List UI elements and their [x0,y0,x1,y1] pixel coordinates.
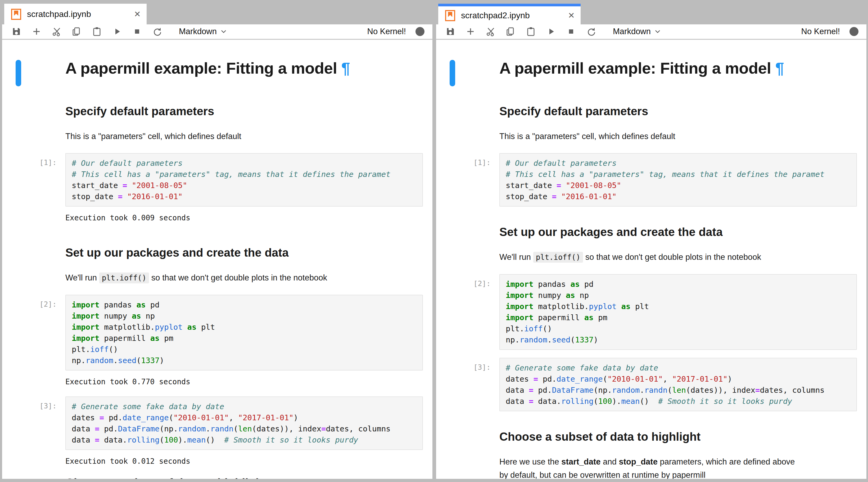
heading-text: Specify default parameters [65,103,423,119]
notebook-content[interactable]: A papermill example: Fitting a model ¶Sp… [436,40,866,479]
execution-count: [3]: [2,402,57,410]
code-line: # Our default parameters [506,158,856,169]
heading-text: A papermill example: Fitting a model ¶ [65,56,423,81]
code-cell[interactable]: [2]:import pandas as pdimport numpy as n… [2,295,432,370]
notebook-window-right: scratchpad2.ipynb ✕ [436,4,866,479]
kernel-status-indicator[interactable] [849,27,859,36]
heading-text: Choose a subset of data to highlight [499,429,857,445]
code-line: np.random.seed(1337) [72,355,422,366]
save-icon [12,27,21,36]
code-line: data = data.rolling(100).mean() # Smooth… [506,396,856,407]
markdown-cell[interactable]: Choose a subset of data to highlight [2,475,432,479]
code-cell[interactable]: [3]:# Generate some fake data by datedat… [2,396,432,450]
run-cell-button[interactable] [112,27,122,36]
heading-label: Choose a subset of data to highlight [499,430,701,443]
code-editor[interactable]: # Generate some fake data by datedates =… [499,358,857,411]
tab-scratchpad2[interactable]: scratchpad2.ipynb ✕ [438,4,581,24]
code-editor[interactable]: # Our default parameters# This cell has … [65,153,423,206]
heading-label: Choose a subset of data to highlight [65,476,267,479]
text-run: so that we don't get double plots in the… [583,252,761,262]
cell-type-dropdown[interactable]: Markdown [613,27,660,36]
notebook-content[interactable]: A papermill example: Fitting a model ¶Sp… [2,40,432,479]
markdown-cell-paragraph[interactable]: We'll run plt.ioff() so that we don't ge… [2,271,432,285]
code-line: import numpy as np [72,310,422,321]
stop-kernel-button[interactable] [566,27,576,36]
code-line: import pandas as pd [72,299,422,310]
notebook-file-icon [11,8,21,20]
heading-anchor-icon[interactable]: ¶ [337,59,350,77]
execution-time: Execution took 0.012 seconds [2,457,432,466]
run-icon [546,27,556,36]
restart-icon [586,27,596,36]
heading-text: Set up our packages and create the data [499,224,857,240]
code-cell[interactable]: [2]:import pandas as pdimport numpy as n… [436,274,866,350]
markdown-cell-paragraph[interactable]: Here we use the start_date and stop_date… [436,455,866,479]
heading-anchor-icon[interactable]: ¶ [771,59,784,77]
code-line: plt.ioff() [72,344,422,355]
code-cell[interactable]: [1]:# Our default parameters# This cell … [436,153,866,206]
code-line: data = data.rolling(100).mean() # Smooth… [72,434,422,446]
cell-type-dropdown[interactable]: Markdown [179,27,226,36]
code-line: # This cell has a "parameters" tag, mean… [506,169,856,180]
chevron-down-icon [221,30,226,33]
markdown-cell-paragraph[interactable]: This is a "parameters" cell, which defin… [2,130,432,143]
close-icon[interactable]: ✕ [568,11,575,20]
paste-cells-button[interactable] [526,27,536,36]
add-cell-button[interactable] [466,27,475,36]
cut-icon [486,27,495,36]
paragraph-line: We'll run plt.ioff() so that we don't ge… [499,251,857,264]
text-run: We'll run [499,252,533,262]
markdown-cell[interactable]: Choose a subset of data to highlight [436,429,866,445]
heading-text: A papermill example: Fitting a model ¶ [499,56,857,81]
code-line: start_date = "2001-08-05" [72,180,422,191]
add-cell-button[interactable] [32,27,41,36]
tab-scratchpad[interactable]: scratchpad.ipynb ✕ [4,4,147,24]
markdown-cell[interactable]: Specify default parameters [436,103,866,119]
cut-cells-button[interactable] [486,27,495,36]
markdown-cell[interactable]: A papermill example: Fitting a model ¶ [2,56,432,81]
paste-cells-button[interactable] [92,27,102,36]
code-editor[interactable]: import pandas as pdimport numpy as npimp… [499,274,857,350]
paste-icon [92,27,102,36]
heading-label: A papermill example: Fitting a model [499,59,771,77]
code-editor[interactable]: # Generate some fake data by datedates =… [65,396,423,450]
code-editor[interactable]: import pandas as pdimport numpy as npimp… [65,295,423,370]
run-cell-button[interactable] [546,27,556,36]
save-button[interactable] [12,27,21,36]
save-icon [446,27,455,36]
heading-text: Specify default parameters [499,103,857,119]
code-editor[interactable]: # Our default parameters# This cell has … [499,153,857,206]
markdown-cell-paragraph[interactable]: We'll run plt.ioff() so that we don't ge… [436,251,866,264]
chevron-down-icon [655,30,660,33]
markdown-cell[interactable]: Set up our packages and create the data [436,224,866,240]
heading-text: Set up our packages and create the data [65,245,423,261]
markdown-cell[interactable]: Set up our packages and create the data [2,245,432,261]
restart-kernel-button[interactable] [586,27,596,36]
markdown-cell-paragraph[interactable]: This is a "parameters" cell, which defin… [436,130,866,143]
markdown-cell[interactable]: Specify default parameters [2,103,432,119]
tab-title: scratchpad2.ipynb [461,10,530,20]
save-button[interactable] [446,27,455,36]
markdown-cell[interactable]: A papermill example: Fitting a model ¶ [436,56,866,81]
kernel-status-indicator[interactable] [415,27,425,36]
paragraph-line: This is a "parameters" cell, which defin… [499,130,857,143]
copy-cells-button[interactable] [506,27,516,36]
run-icon [112,27,122,36]
copy-cells-button[interactable] [72,27,82,36]
code-cell[interactable]: [3]:# Generate some fake data by datedat… [436,358,866,411]
text-run: We'll run [65,273,99,282]
paragraph-line: This is a "parameters" cell, which defin… [65,130,423,143]
code-line: data = pd.DataFrame(np.random.randn(len(… [506,385,856,396]
execution-count: [1]: [436,159,491,167]
stop-kernel-button[interactable] [132,27,142,36]
heading-text: Choose a subset of data to highlight [65,475,423,479]
code-cell[interactable]: [1]:# Our default parameters# This cell … [2,153,432,206]
close-icon[interactable]: ✕ [134,10,141,18]
text-run: This is a "parameters" cell, which defin… [499,132,675,141]
text-run: parameters, which are defined above [658,457,795,466]
restart-icon [152,27,162,36]
stop-icon [566,27,576,36]
restart-kernel-button[interactable] [152,27,162,36]
tab-bar: scratchpad2.ipynb ✕ [436,4,866,24]
cut-cells-button[interactable] [52,27,61,36]
